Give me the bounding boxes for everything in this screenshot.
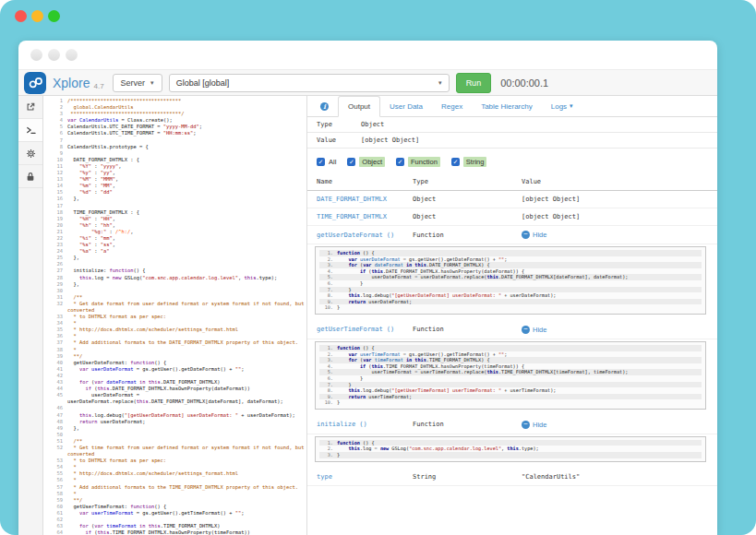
tab-label: Table Hierarchy	[481, 102, 533, 111]
line-number: 47	[43, 412, 67, 419]
line-number: 37	[43, 339, 67, 346]
line-code: TIME_FORMAT_DHTMLX : {	[67, 209, 306, 216]
chevron-down-icon: ▾	[150, 79, 154, 87]
editor-line: 23 "%s" : "ss",	[43, 242, 306, 248]
source-line: 1.function () {	[319, 440, 702, 446]
checkbox-function[interactable]: ✓	[396, 158, 404, 166]
result-type: Object	[413, 213, 522, 220]
line-code: "%y" : "yy",	[67, 170, 306, 176]
hide-toggle[interactable]: −Hide	[522, 326, 717, 334]
hide-toggle[interactable]: −Hide	[522, 231, 717, 239]
line-number: 46	[43, 405, 67, 411]
line-number: 63	[43, 523, 67, 529]
tab-regex[interactable]: Regex	[432, 96, 472, 116]
code-editor[interactable]: 1/*************************************2…	[43, 96, 306, 535]
editor-line: 16 },	[43, 196, 306, 202]
filter-string[interactable]: ✓String	[451, 157, 487, 167]
tab-output[interactable]: Output	[338, 96, 380, 117]
line-code: *************************************/	[67, 111, 306, 117]
editor-line: 63 for (var timeFormat in this.TIME_FORM…	[43, 523, 306, 529]
result-name-link[interactable]: type	[317, 473, 332, 481]
zoom-window-button[interactable]	[48, 10, 60, 22]
line-number: 62	[43, 517, 67, 523]
tab-label: User Data	[390, 102, 423, 111]
editor-line: 29 },	[43, 281, 306, 288]
line-number: 16	[43, 196, 67, 202]
line-number: 18	[43, 209, 67, 216]
scope-select[interactable]: Global [global] ▾	[169, 74, 450, 92]
function-source-block: 1.function () {2. var userDateFormat = g…	[315, 246, 706, 315]
source-line-number: 10.	[319, 399, 337, 406]
rail-item-console[interactable]	[18, 119, 42, 142]
filter-all[interactable]: ✓All	[317, 158, 336, 166]
line-code: "%h" : "hh",	[67, 222, 306, 229]
result-name-link[interactable]: initialize ()	[317, 421, 367, 428]
tab-logs[interactable]: Logs▾	[542, 96, 582, 116]
minimize-window-button[interactable]	[31, 10, 43, 22]
line-number: 29	[43, 281, 67, 288]
faded-window-dot	[48, 49, 60, 61]
source-line: 4. if (this.TIME_FORMAT_DHTMLX.hasOwnPro…	[319, 363, 702, 370]
filter-object[interactable]: ✓Object	[347, 157, 385, 167]
line-code: if (this.TIME_FORMAT_DHTMLX.hasOwnProper…	[67, 529, 306, 535]
server-dropdown[interactable]: Server ▾	[113, 74, 162, 92]
line-code: * Get date format from user defined form…	[67, 301, 306, 314]
line-code: CalendarUtils.UTC_DATE_FORMAT = "yyyy-MM…	[67, 124, 306, 130]
line-number: 5	[43, 124, 67, 130]
editor-line: 18 TIME_FORMAT_DHTMLX : {	[43, 209, 306, 216]
line-code: var userDateFormat = gs.getUser().getDat…	[67, 366, 306, 373]
line-code: this.log.debug("[getUserDateFormat] user…	[67, 412, 306, 419]
line-code: "%H" : "HH",	[67, 216, 306, 222]
hide-label: Hide	[533, 231, 546, 239]
line-number: 58	[43, 491, 67, 497]
chevron-down-icon: ▾	[570, 102, 573, 110]
tab-user-data[interactable]: User Data	[380, 96, 432, 116]
rail-item-lock[interactable]	[18, 165, 42, 188]
result-value: "CalendarUtils"	[522, 473, 717, 481]
tab-table-hierarchy[interactable]: Table Hierarchy	[472, 96, 542, 116]
editor-line: 57 * Add additional formats to the TIME_…	[43, 484, 306, 491]
checkbox-all[interactable]: ✓	[317, 158, 325, 166]
page-background: Xplore 4.7 Server ▾ Global [global] ▾ Ru…	[0, 0, 756, 535]
source-line-code: return userDateFormat;	[337, 299, 412, 305]
rail-item-settings[interactable]	[18, 142, 42, 165]
result-name-link[interactable]: DATE_FORMAT_DHTMLX	[317, 196, 387, 203]
line-code: CalendarUtils.UTC_TIME_FORMAT = "HH:mm:s…	[67, 130, 306, 137]
line-code: },	[67, 196, 306, 202]
main-split: 1/*************************************2…	[18, 96, 717, 535]
tab-info[interactable]: i	[311, 96, 338, 116]
line-code: },	[67, 425, 306, 432]
source-line-number: 9.	[319, 394, 337, 400]
line-code: },	[67, 281, 306, 288]
editor-line: 10 DATE_FORMAT_DHTMLX : {	[43, 157, 306, 163]
editor-line: 45 userDateFormat = userDateFormat.repla…	[43, 392, 306, 405]
editor-line: 12 "%y" : "yy",	[43, 170, 306, 176]
rail-item-open-new-window[interactable]	[18, 96, 42, 119]
close-window-button[interactable]	[15, 10, 27, 22]
editor-line: 24 "%a" : "a"	[43, 248, 306, 255]
line-code: /*************************************	[67, 98, 306, 104]
line-number: 36	[43, 333, 67, 339]
faded-window-dot	[66, 49, 78, 61]
source-line-code: function () {	[337, 440, 375, 446]
line-number: 6	[43, 130, 67, 137]
result-name-link[interactable]: getUserTimeFormat ()	[317, 326, 394, 333]
filter-function[interactable]: ✓Function	[396, 157, 440, 167]
info-circle-icon: i	[320, 102, 329, 111]
result-name-link[interactable]: getUserDateFormat ()	[317, 232, 394, 239]
line-number: 48	[43, 419, 67, 425]
hide-toggle[interactable]: −Hide	[522, 421, 717, 429]
editor-line: 11 "%Y" : "yyyy",	[43, 163, 306, 170]
run-button[interactable]: Run	[456, 73, 492, 93]
result-row-time-format-dhtmlx: TIME_FORMAT_DHTMLXObject[object Object]	[307, 208, 717, 226]
result-type-row: Type Object	[307, 117, 717, 133]
source-line-number: 2.	[319, 256, 337, 263]
editor-line: 54 *	[43, 464, 306, 470]
line-number: 43	[43, 379, 67, 386]
line-number: 8	[43, 144, 67, 150]
line-number: 64	[43, 529, 67, 535]
checkbox-object[interactable]: ✓	[347, 158, 355, 166]
checkbox-string[interactable]: ✓	[451, 158, 460, 166]
result-name-link[interactable]: TIME_FORMAT_DHTMLX	[317, 213, 387, 220]
source-line-code: var userTimeFormat = gs.getUser().getTim…	[337, 351, 507, 358]
